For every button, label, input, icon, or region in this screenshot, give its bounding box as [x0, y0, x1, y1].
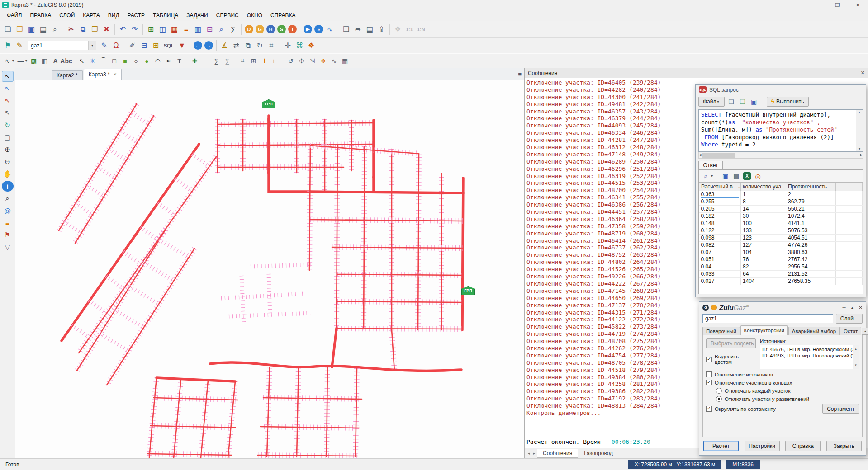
crosshair-icon[interactable]: ✛ — [282, 40, 294, 51]
menu-item[interactable]: ПРАВКА — [26, 11, 55, 20]
gas-network-map[interactable] — [15, 80, 524, 458]
round-to-sortament-checkbox[interactable] — [706, 406, 712, 412]
scale-1-1-icon[interactable]: 1:1 — [404, 24, 415, 35]
result-cell[interactable]: 0.027 — [699, 277, 741, 285]
sources-scrollbar[interactable]: ▲▼ — [853, 345, 859, 369]
result-cell[interactable]: 27658.35 — [786, 277, 836, 285]
pen-style-icon[interactable]: ✐ — [127, 40, 138, 51]
zulugaz-title-bar[interactable]: G ZuluGaz® ─ ▴ ✕ — [699, 302, 866, 313]
select-cursor-icon[interactable]: ↖ — [2, 71, 14, 82]
result-cell[interactable]: 0.255 — [699, 198, 741, 205]
snap-node-icon[interactable]: ✛ — [259, 56, 270, 66]
result-cell[interactable]: 104 — [741, 249, 786, 256]
zulugaz-tab[interactable]: Конструкторский — [740, 325, 788, 335]
table-row[interactable]: 0.051762767.42 — [699, 256, 863, 263]
t-module-badge[interactable]: T — [288, 25, 297, 33]
attributes-icon[interactable]: ⊟ — [138, 40, 150, 51]
network-icon[interactable]: ⌘ — [294, 40, 305, 51]
curve-tool-icon[interactable]: ≈ — [163, 56, 174, 66]
mesh-icon[interactable]: ▦ — [340, 56, 350, 66]
database-icon[interactable]: ⊞ — [150, 40, 161, 51]
topology-icon[interactable]: ❖ — [318, 56, 328, 66]
column-header[interactable]: Расчетный в... ▿ — [699, 183, 741, 191]
g-module-badge[interactable]: G — [256, 25, 264, 33]
execute-button[interactable]: ϟВыполнить — [767, 97, 809, 107]
sql-editor[interactable]: SELECT [Расчетный внутренний диаметр],co… — [698, 109, 863, 152]
delete-icon[interactable]: ✖ — [101, 24, 112, 35]
messages-tab[interactable]: Сообщения — [537, 449, 578, 458]
snap-grid-icon[interactable]: ⊞ — [248, 56, 259, 66]
map-tab[interactable]: Карта2 * — [52, 70, 83, 80]
result-cell[interactable]: 0.082 — [699, 241, 741, 249]
ortho-icon[interactable]: ∟ — [270, 56, 280, 66]
export-web-icon[interactable]: ◎ — [753, 171, 763, 181]
line-style-dropdown[interactable]: ∿ — [2, 56, 13, 66]
info-icon[interactable]: i — [2, 181, 14, 192]
rotate-object-icon[interactable]: ↻ — [254, 40, 266, 51]
h-module-badge[interactable]: H — [266, 25, 275, 33]
join-table-icon[interactable]: ⊟ — [204, 24, 215, 35]
align-object-icon[interactable]: ⌗ — [266, 40, 277, 51]
statistics-icon[interactable]: ∑ — [228, 24, 239, 35]
result-cell[interactable]: 133 — [741, 227, 786, 234]
polyline-tool-icon[interactable]: ⌒ — [98, 56, 109, 66]
find-object-icon[interactable]: ⌕ — [2, 193, 14, 204]
result-cell[interactable]: 0.033 — [699, 270, 741, 277]
close-icon[interactable]: ✕ — [859, 305, 863, 310]
layer-select-button[interactable]: Слой... — [836, 314, 863, 324]
save-results-icon[interactable]: ▣ — [721, 171, 730, 181]
export-map-icon[interactable]: ➦ — [352, 24, 364, 35]
scale-1-n-icon[interactable]: 1:N — [415, 24, 427, 35]
table-row[interactable]: 0.0821274774.26 — [699, 241, 863, 249]
result-cell[interactable]: 0.148 — [699, 220, 741, 227]
print-results-icon[interactable]: ▤ — [731, 171, 741, 181]
result-cell[interactable]: 550.21 — [786, 205, 836, 212]
result-cell[interactable]: 0.07 — [699, 249, 741, 256]
zulugaz-tab[interactable]: Аварийный выбор — [788, 327, 840, 335]
sql-vertical-scrollbar[interactable]: ▲▼ — [856, 110, 863, 151]
result-cell[interactable]: 76 — [741, 256, 786, 263]
resume-calculation-icon[interactable]: » — [314, 25, 323, 33]
view-results-icon[interactable]: ⌕ — [701, 171, 711, 181]
chevron-down-icon[interactable]: ▾ — [88, 41, 96, 50]
close-button[interactable]: ✕ — [848, 0, 868, 10]
menu-item[interactable]: ОКНО — [243, 11, 266, 20]
print-preview-icon[interactable]: ⌕ — [49, 24, 61, 35]
text-tool-icon[interactable]: T — [174, 56, 185, 66]
menu-item[interactable]: ВИД — [104, 11, 123, 20]
flag-icon[interactable]: ⚑ — [2, 230, 14, 240]
table-row[interactable]: 0.033642131.52 — [699, 270, 863, 277]
layer-export-icon[interactable]: ⇪ — [376, 24, 387, 35]
filled-circle-tool-icon[interactable]: ● — [142, 56, 152, 66]
result-cell[interactable]: 3880.63 — [786, 249, 836, 256]
source-item[interactable]: ID: 49193, ГРП в мкр. Новоладожский (2 — [762, 352, 852, 359]
map-canvas[interactable]: ГРПГРП — [15, 80, 524, 458]
calc-button[interactable]: Расчет — [703, 441, 739, 451]
settings-button[interactable]: Настройки — [745, 441, 780, 451]
arc-tool-icon[interactable]: ◠ — [152, 56, 163, 66]
result-cell[interactable]: 0.122 — [699, 227, 741, 234]
scale-tool-icon[interactable]: ⇲ — [307, 56, 318, 66]
sum-length-icon[interactable]: ∑ — [211, 56, 222, 66]
forward-icon[interactable]: → — [204, 41, 213, 50]
cut-icon[interactable]: ✂ — [66, 24, 77, 35]
zoom-in-icon[interactable]: ⊕ — [2, 144, 14, 155]
menu-item[interactable]: СПРАВКА — [266, 11, 300, 20]
line-width-dropdown-arrow[interactable]: ▾ — [25, 59, 27, 63]
table-row[interactable]: 0.36312 — [699, 191, 863, 198]
sql-query-icon[interactable]: SQL — [162, 40, 176, 51]
font-icon[interactable]: A — [50, 56, 61, 66]
result-cell[interactable]: 2767.42 — [786, 256, 836, 263]
scheme-icon[interactable]: ❖ — [306, 40, 317, 51]
line-width-dropdown[interactable]: — — [15, 56, 26, 66]
rectangle-tool-icon[interactable]: □ — [109, 56, 119, 66]
table-icon[interactable]: ▥ — [192, 24, 204, 35]
result-cell[interactable]: 0.205 — [699, 205, 741, 212]
copy-icon[interactable]: ⧉ — [77, 24, 89, 35]
result-cell[interactable]: 100 — [741, 220, 786, 227]
active-layer-flag-icon[interactable]: ⚑ — [2, 40, 14, 51]
result-cell[interactable]: 0.363 — [699, 191, 741, 198]
node-edit-icon[interactable]: ✳ — [87, 56, 98, 66]
table-row[interactable]: 0.182301072.4 — [699, 212, 863, 220]
table-row[interactable]: 0.027140427658.35 — [699, 277, 863, 285]
